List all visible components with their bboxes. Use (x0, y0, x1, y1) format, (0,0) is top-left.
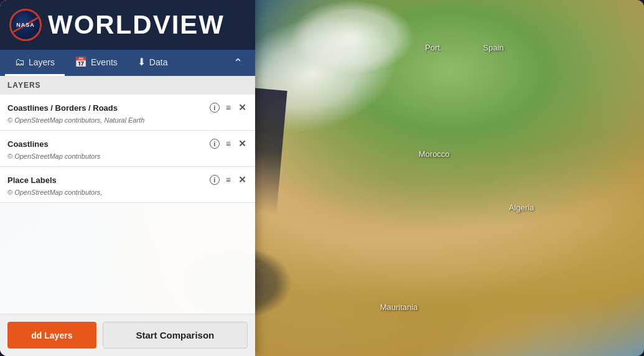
layer-row-3: Place Labels i ≡ ✕ (7, 173, 248, 187)
layers-section: LAYERS Coastlines / Borders / Roads i ≡ … (0, 76, 255, 314)
layer-info-btn-3[interactable]: i (210, 175, 220, 185)
layer-info-btn-2[interactable]: i (210, 139, 220, 149)
layer-item-coastlines: Coastlines i ≡ ✕ © OpenStreetMap contrib… (0, 131, 255, 167)
layer-settings-btn-3[interactable]: ≡ (225, 174, 232, 186)
tab-layers-label: Layers (29, 57, 55, 67)
layers-icon: 🗂 (15, 57, 25, 68)
layer-row-2: Coastlines i ≡ ✕ (7, 137, 248, 151)
nasa-logo-text: NASA (16, 22, 35, 28)
layer-row-1: Coastlines / Borders / Roads i ≡ ✕ (7, 101, 248, 115)
tab-data[interactable]: ⬇ Data (128, 50, 178, 76)
app-container: Port. Spain Morocco Algeria Mauritania N… (0, 0, 644, 356)
add-layers-button[interactable]: dd Layers (7, 322, 96, 349)
nav-tabs: 🗂 Layers 📅 Events ⬇ Data ⌃ (0, 50, 255, 76)
layer-remove-btn-2[interactable]: ✕ (237, 137, 248, 151)
cloud-2 (290, 0, 414, 75)
layer-remove-btn-1[interactable]: ✕ (237, 101, 248, 115)
layer-name-1: Coastlines / Borders / Roads (7, 103, 210, 113)
layer-settings-btn-2[interactable]: ≡ (225, 138, 232, 150)
nav-expand-button[interactable]: ⌃ (226, 50, 250, 76)
layer-settings-btn-1[interactable]: ≡ (225, 101, 232, 114)
layer-credit-3: © OpenStreetMap contributors, (7, 189, 248, 196)
layer-item-coastlines-borders: Coastlines / Borders / Roads i ≡ ✕ © Ope… (0, 95, 255, 131)
layer-actions-1: i ≡ ✕ (210, 101, 248, 115)
layer-credit-2: © OpenStreetMap contributors (7, 152, 248, 160)
app-title: WorldView (48, 10, 225, 40)
layers-header: LAYERS (0, 76, 255, 95)
layer-credit-1: © OpenStreetMap contributors, Natural Ea… (7, 116, 248, 124)
layer-remove-btn-3[interactable]: ✕ (237, 173, 248, 187)
app-header: NASA WorldView (0, 0, 255, 50)
tab-events-label: Events (91, 57, 118, 67)
layer-name-2: Coastlines (7, 139, 210, 149)
bottom-bar: dd Layers Start Comparison (0, 314, 255, 356)
tab-data-label: Data (149, 57, 168, 67)
data-icon: ⬇ (138, 56, 146, 68)
tab-events[interactable]: 📅 Events (65, 50, 128, 76)
layer-item-place-labels: Place Labels i ≡ ✕ © OpenStreetMap contr… (0, 167, 255, 203)
layer-name-3: Place Labels (7, 176, 210, 185)
start-comparison-button[interactable]: Start Comparison (103, 322, 248, 349)
layer-actions-3: i ≡ ✕ (210, 173, 248, 187)
tab-layers[interactable]: 🗂 Layers (5, 50, 65, 76)
layer-actions-2: i ≡ ✕ (210, 137, 248, 151)
sidebar-panel: NASA WorldView 🗂 Layers 📅 Events ⬇ Data … (0, 0, 255, 356)
events-icon: 📅 (75, 56, 87, 68)
nasa-logo: NASA (9, 9, 42, 41)
layer-info-btn-1[interactable]: i (210, 103, 220, 113)
